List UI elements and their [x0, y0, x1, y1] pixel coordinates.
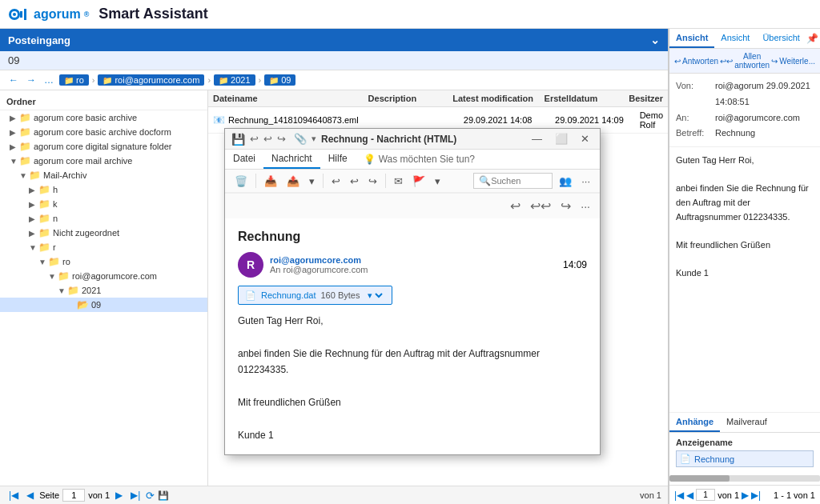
rb-page-input[interactable]	[696, 489, 715, 501]
svg-point-2	[13, 13, 16, 16]
right-bottom-pagination: |◀ ◀ von 1 ▶ ▶| 1 - 1 von 1	[669, 485, 820, 504]
reply-all-icon: ↩↩	[720, 57, 733, 66]
popup-flag-btn[interactable]: 🚩	[409, 174, 428, 189]
popup-close-btn[interactable]: ✕	[577, 132, 593, 146]
popup-forward-toolbar-btn[interactable]: ↪	[365, 174, 380, 189]
popup-maximize-btn[interactable]: ⬜	[551, 132, 572, 146]
breadcrumb-2021[interactable]: 📁 2021	[214, 74, 255, 86]
rbtab-mailverlauf[interactable]: Mailverauf	[720, 413, 774, 432]
rtab-ansicht2[interactable]: Ansicht	[714, 29, 756, 48]
popup-msg-btn[interactable]: ✉	[391, 174, 406, 189]
rb-page-prev[interactable]: ◀	[686, 490, 693, 501]
reply-btn[interactable]: ↩ Antworten	[674, 52, 718, 70]
page-input[interactable]	[62, 489, 85, 502]
attachment-item[interactable]: 📄 Rechnung	[676, 450, 814, 467]
col-header-latest: Latest modification	[452, 94, 544, 103]
tree-item-digital-signature[interactable]: ▶📁agorum core digital signature folder	[0, 139, 207, 154]
breadcrumb-ro[interactable]: 📁 ro	[59, 74, 89, 86]
tree-item-ro[interactable]: ▼📁ro	[0, 254, 207, 269]
tree-item-h[interactable]: ▶📁h	[0, 182, 207, 197]
bottom-bar: |◀ ◀ Seite von 1 ▶ ▶| ⟳ 💾 von 1	[0, 486, 668, 504]
right-panel: Ansicht Ansicht Übersicht 📌 ⇔ ↩ Antworte…	[669, 29, 820, 504]
popup-move-btn[interactable]: 📤	[283, 174, 303, 189]
breadcrumb-09[interactable]: 📁 09	[264, 74, 295, 86]
page-next-btn[interactable]: ▶	[113, 489, 125, 502]
rbtab-anhaenge[interactable]: Anhänge	[669, 413, 720, 432]
tree-item-k[interactable]: ▶📁k	[0, 197, 207, 211]
tree-item-2021[interactable]: ▼📁2021	[0, 283, 207, 298]
panel-pin-btn[interactable]: 📌	[806, 33, 818, 44]
popup-menu-datei[interactable]: Datei	[225, 150, 263, 169]
reply-all-btn[interactable]: ↩↩ Allen antworten	[720, 52, 770, 70]
rb-page-first[interactable]: |◀	[674, 490, 684, 501]
rb-count: 1 - 1 von 1	[774, 490, 815, 500]
popup-undo2-toolbar-btn[interactable]: ↩	[347, 174, 362, 189]
tree-item-n[interactable]: ▶📁n	[0, 211, 207, 226]
breadcrumb-forward[interactable]: →	[24, 74, 38, 86]
popup-minimize-btn[interactable]: —	[528, 132, 546, 146]
reply-label: Antworten	[682, 57, 718, 66]
meta-betreff: Betreff: Rechnung	[676, 126, 814, 142]
agorum-logo-icon	[8, 6, 30, 23]
tree-item-nicht-zugeordnet[interactable]: ▶📁Nicht zugeordnet	[0, 226, 207, 240]
folder-icon-small2: 📁	[102, 76, 112, 85]
popup-menu-nachricht[interactable]: Nachricht	[263, 150, 320, 169]
popup-time: 14:09	[563, 259, 587, 270]
popup-flag-dropdown-btn[interactable]: ▾	[432, 174, 444, 189]
rtab-ubersicht[interactable]: Übersicht	[756, 29, 806, 48]
page-first-btn[interactable]: |◀	[6, 489, 21, 502]
popup-forward-icon-btn[interactable]: ↪	[557, 197, 574, 215]
forward-btn[interactable]: ↪ Weiterle...	[771, 52, 815, 70]
popup-delete-btn[interactable]: 🗑️	[231, 174, 251, 189]
tree-item-basic-archive[interactable]: ▶📁agorum core basic archive	[0, 110, 207, 125]
posteingang-chevron[interactable]: ⌄	[650, 34, 660, 46]
popup-undo-toolbar-btn[interactable]: ↩	[328, 174, 344, 189]
file-latest-mod: 29.09.2021 14:08	[464, 115, 555, 125]
an-value: roi@agorumcore.com	[715, 110, 800, 126]
popup-more-actions-btn[interactable]: ···	[577, 198, 593, 214]
popup-contacts-btn[interactable]: 👥	[556, 174, 575, 189]
breadcrumb-dots[interactable]: …	[42, 74, 56, 86]
rtab-ansicht1[interactable]: Ansicht	[669, 29, 714, 48]
page-last-btn[interactable]: ▶|	[128, 489, 143, 502]
popup-title-separator: ▾	[312, 134, 316, 144]
popup-attachment-dropdown[interactable]: ▾	[364, 290, 385, 301]
popup-more-btn[interactable]: ···	[578, 174, 593, 189]
page-prev-btn[interactable]: ◀	[24, 489, 36, 502]
tree-item-roi-email[interactable]: ▼📁roi@agorumcore.com	[0, 269, 207, 283]
col-header-description: Description	[368, 94, 453, 103]
tree-item-mail-archiv[interactable]: ▼📁Mail-Archiv	[0, 168, 207, 182]
outlook-popup: 💾 ↩ ↩ ↪ 📎 ▾ Rechnung - Nachricht (HTML) …	[224, 128, 601, 455]
tree-item-mail-archive-root[interactable]: ▼📁agorum core mail archive	[0, 154, 207, 168]
email-body-text3: Mit freundlichen Grüßen	[676, 238, 814, 253]
tree-item-basic-archive-docform[interactable]: ▶📁agorum core basic archive docform	[0, 125, 207, 139]
breadcrumb-back[interactable]: ←	[6, 74, 21, 86]
right-panel-tabs: Ansicht Ansicht Übersicht 📌 ⇔	[669, 29, 820, 49]
rb-page-next[interactable]: ▶	[742, 490, 749, 501]
right-bottom-section: Anhänge Mailverauf Anzeigename 📄 Rechnun…	[669, 413, 820, 504]
forward-icon: ↪	[771, 57, 778, 66]
popup-search-input[interactable]	[491, 176, 547, 186]
popup-menu-hilfe[interactable]: Hilfe	[320, 150, 356, 169]
popup-body-line4: Kunde 1	[238, 427, 587, 443]
rb-page-last[interactable]: ▶|	[751, 490, 761, 501]
app-header: agorum® Smart Assistant	[0, 0, 820, 29]
folder-icon-small3: 📁	[219, 76, 228, 85]
rb-page-of: von 1	[718, 490, 739, 500]
popup-attach-icon: 📎	[294, 133, 307, 145]
tree-item-r[interactable]: ▼📁r	[0, 240, 207, 254]
refresh-icon[interactable]: ⟳	[146, 490, 155, 502]
save-icon[interactable]: 💾	[158, 490, 169, 501]
popup-menu-hint[interactable]: 💡 Was möchten Sie tun?	[356, 150, 483, 169]
popup-reply-bar: ↩ ↩↩ ↪ ···	[225, 193, 600, 218]
popup-reply-all-icon-btn[interactable]: ↩↩	[527, 197, 554, 215]
popup-attachment-chip[interactable]: 📄 Rechnung.dat 160 Bytes ▾	[238, 286, 392, 305]
popup-dropdown-btn[interactable]: ▾	[306, 174, 318, 189]
hint-text: Was möchten Sie tun?	[379, 154, 475, 165]
popup-archive-btn[interactable]: 📥	[261, 174, 280, 189]
breadcrumb-email[interactable]: 📁 roi@agorumcore.com	[98, 74, 204, 86]
col-header-erstell: Erstelldatum	[545, 94, 629, 103]
popup-reply-icon-btn[interactable]: ↩	[507, 197, 524, 215]
tree-item-09[interactable]: 📂09	[0, 298, 207, 312]
folder-number: 09	[0, 51, 668, 70]
